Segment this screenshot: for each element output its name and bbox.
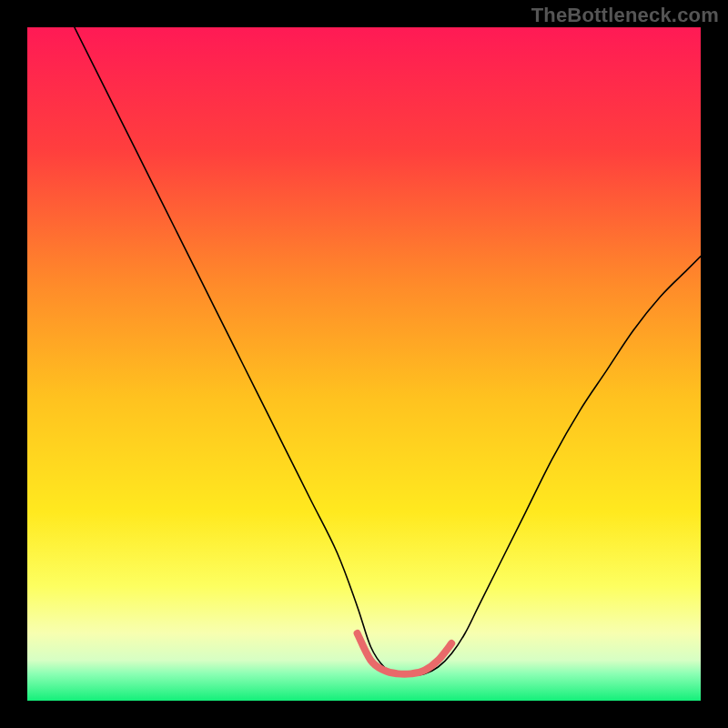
chart-frame: TheBottleneck.com: [0, 0, 728, 728]
chart-svg: [27, 27, 701, 701]
chart-plot-area: [27, 27, 701, 701]
watermark-text: TheBottleneck.com: [531, 4, 719, 27]
chart-background-gradient: [27, 27, 701, 701]
